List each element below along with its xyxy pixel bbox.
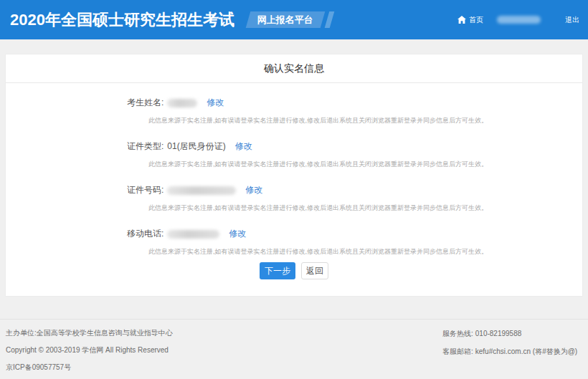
header-nav: 首页 退出 — [457, 15, 579, 25]
confirm-info-form: 考生姓名: 修改 此信息来源于实名注册,如有误请登录实名注册进行修改,修改后退出… — [6, 83, 582, 279]
form-row-mobile-phone: 移动电话: 修改 此信息来源于实名注册,如有误请登录实名注册进行修改,修改后退出… — [6, 229, 582, 255]
candidate-name-modify-link[interactable]: 修改 — [207, 97, 224, 109]
confirm-info-card: 确认实名信息 考生姓名: 修改 此信息来源于实名注册,如有误请登录实名注册进行修… — [5, 54, 583, 297]
footer-contact-block: 服务热线:010-82199588 客服邮箱:kefu#chsi.com.cn … — [442, 325, 577, 360]
main-area: 确认实名信息 考生姓名: 修改 此信息来源于实名注册,如有误请登录实名注册进行修… — [0, 39, 588, 297]
id-number-modify-link[interactable]: 修改 — [245, 184, 262, 196]
page-footer: 主办单位:全国高等学校学生信息咨询与就业指导中心 Copyright © 200… — [0, 319, 588, 379]
candidate-name-masked-value — [167, 99, 197, 107]
id-number-masked-value — [167, 186, 236, 195]
back-button[interactable]: 返回 — [301, 262, 328, 279]
email-label: 客服邮箱: — [442, 347, 473, 355]
id-number-hint: 此信息来源于实名注册,如有误请登录实名注册进行修改,修改后退出系统且关闭浏览器重… — [148, 204, 582, 211]
field-line: 证件类型: 01(居民身份证) 修改 — [127, 141, 582, 152]
field-line: 考生姓名: 修改 — [127, 97, 582, 108]
nav-home-link[interactable]: 首页 — [457, 15, 483, 25]
app-header: 2020年全国硕士研究生招生考试 网上报名平台 首页 退出 — [0, 0, 588, 39]
candidate-name-label: 考生姓名: — [127, 97, 163, 109]
button-row: 下一步 返回 — [6, 262, 582, 279]
mobile-phone-modify-link[interactable]: 修改 — [229, 228, 246, 240]
badge-accent-slash — [325, 11, 335, 28]
mobile-phone-masked-value — [167, 230, 219, 239]
id-type-modify-link[interactable]: 修改 — [235, 140, 252, 153]
username-masked — [497, 16, 541, 24]
hotline-number: 010-82199588 — [475, 330, 522, 337]
nav-logout-link[interactable]: 退出 — [565, 15, 579, 25]
candidate-name-hint: 此信息来源于实名注册,如有误请登录实名注册进行修改,修改后退出系统且关闭浏览器重… — [148, 117, 582, 124]
next-step-button[interactable]: 下一步 — [260, 262, 295, 279]
form-row-id-number: 证件号码: 修改 此信息来源于实名注册,如有误请登录实名注册进行修改,修改后退出… — [6, 185, 582, 211]
platform-badge: 网上报名平台 — [246, 11, 326, 28]
id-type-value: 01(居民身份证) — [167, 140, 225, 153]
footer-icp: 京ICP备09057757号 — [6, 359, 582, 376]
form-row-id-type: 证件类型: 01(居民身份证) 修改 此信息来源于实名注册,如有误请登录实名注册… — [6, 141, 582, 168]
field-line: 移动电话: 修改 — [127, 229, 582, 239]
nav-home-label: 首页 — [469, 15, 483, 25]
email-value: kefu#chsi.com.cn (将#替换为@) — [475, 347, 577, 355]
mobile-phone-hint: 此信息来源于实名注册,如有误请登录实名注册进行修改,修改后退出系统且关闭浏览器重… — [148, 248, 582, 255]
footer-email-line: 客服邮箱:kefu#chsi.com.cn (将#替换为@) — [442, 342, 577, 360]
page-title: 确认实名信息 — [6, 54, 582, 83]
field-line: 证件号码: 修改 — [127, 185, 582, 196]
footer-hotline-line: 服务热线:010-82199588 — [442, 325, 577, 342]
home-icon — [457, 16, 466, 24]
site-title: 2020年全国硕士研究生招生考试 — [10, 9, 234, 31]
form-row-candidate-name: 考生姓名: 修改 此信息来源于实名注册,如有误请登录实名注册进行修改,修改后退出… — [6, 97, 582, 124]
id-type-hint: 此信息来源于实名注册,如有误请登录实名注册进行修改,修改后退出系统且关闭浏览器重… — [148, 160, 582, 168]
platform-badge-label: 网上报名平台 — [257, 14, 313, 27]
mobile-phone-label: 移动电话: — [127, 228, 163, 240]
id-type-label: 证件类型: — [127, 140, 163, 153]
hotline-label: 服务热线: — [442, 330, 473, 337]
id-number-label: 证件号码: — [127, 184, 163, 196]
